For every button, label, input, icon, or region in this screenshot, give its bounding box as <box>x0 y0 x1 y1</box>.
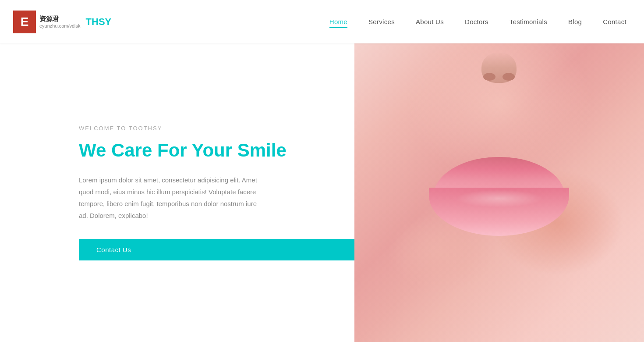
logo-chinese: 资源君 <box>39 15 81 23</box>
nav-item-blog[interactable]: Blog <box>568 18 582 26</box>
contact-us-button[interactable]: Contact Us <box>79 239 354 260</box>
nav-item-testimonials[interactable]: Testimonials <box>510 18 547 26</box>
nav-link-about[interactable]: About Us <box>416 18 444 25</box>
hero-content: WELCOME TO TOOTHSY We Care For Your Smil… <box>0 43 354 342</box>
nav-link-home[interactable]: Home <box>329 18 347 28</box>
welcome-text: WELCOME TO TOOTHSY <box>79 125 354 132</box>
lips-illustration <box>425 157 573 245</box>
lower-lip <box>429 188 569 236</box>
nav-link-services[interactable]: Services <box>368 18 395 25</box>
nav-item-doctors[interactable]: Doctors <box>465 18 488 26</box>
hero-image <box>354 43 644 342</box>
logo-icon: E <box>13 11 36 33</box>
nav-item-home[interactable]: Home <box>329 18 347 26</box>
hero-title: We Care For Your Smile <box>79 139 354 161</box>
logo-area: E 资源君 eyunzhu.com/vdisk THSY <box>13 11 111 33</box>
nav-link-testimonials[interactable]: Testimonials <box>510 18 547 25</box>
nav-link-contact[interactable]: Contact <box>603 18 626 25</box>
nav-item-about[interactable]: About Us <box>416 18 444 26</box>
nav-link-doctors[interactable]: Doctors <box>465 18 488 25</box>
nose-illustration <box>473 52 525 105</box>
navbar: E 资源君 eyunzhu.com/vdisk THSY Home Servic… <box>0 0 644 43</box>
logo-sub: eyunzhu.com/vdisk <box>39 23 81 28</box>
smile-background <box>354 43 644 342</box>
nav-item-contact[interactable]: Contact <box>603 18 626 26</box>
logo-text: 资源君 eyunzhu.com/vdisk <box>39 15 81 28</box>
nostril-left <box>483 73 495 81</box>
nose <box>481 52 517 83</box>
nav-link-blog[interactable]: Blog <box>568 18 582 25</box>
brand-name: THSY <box>86 16 112 28</box>
nostril-right <box>502 73 515 81</box>
nav-links: Home Services About Us Doctors Testimoni… <box>329 18 626 26</box>
nav-item-services[interactable]: Services <box>368 18 395 26</box>
hero-description: Lorem ipsum dolor sit amet, consectetur … <box>79 174 263 221</box>
hero-section: WELCOME TO TOOTHSY We Care For Your Smil… <box>0 43 644 342</box>
